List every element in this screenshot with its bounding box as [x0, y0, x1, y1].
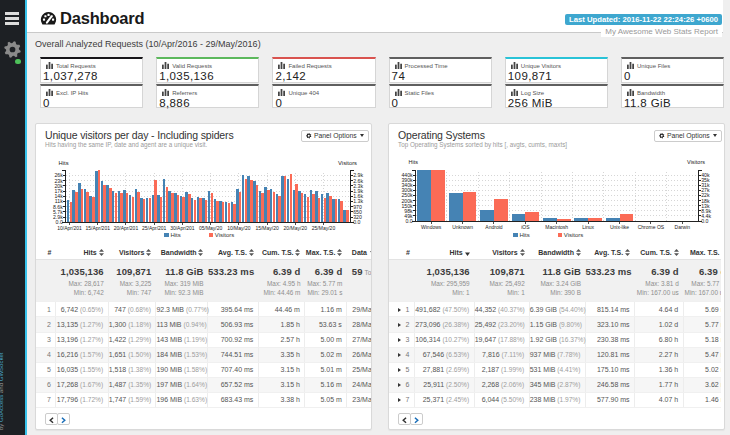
svg-text:0.0: 0.0	[353, 219, 360, 225]
svg-text:Visitors: Visitors	[215, 232, 235, 238]
svg-text:15/Apr/201: 15/Apr/201	[86, 225, 111, 231]
svg-text:Hits: Hits	[519, 232, 529, 238]
svg-text:20/May/20: 20/May/20	[284, 225, 308, 231]
svg-text:Android: Android	[485, 224, 502, 230]
svg-text:0.0: 0.0	[701, 218, 708, 224]
svg-text:25/May/20: 25/May/20	[312, 225, 336, 231]
svg-text:Linux: Linux	[582, 224, 594, 230]
svg-text:10/Apr/201: 10/Apr/201	[57, 225, 82, 231]
svg-text:25/Apr/201: 25/Apr/201	[142, 225, 167, 231]
svg-text:Hits: Hits	[59, 160, 69, 166]
svg-text:05/May/20: 05/May/20	[199, 225, 223, 231]
svg-text:Windows: Windows	[421, 224, 442, 230]
svg-text:Darwin: Darwin	[675, 224, 691, 230]
svg-text:Macintosh: Macintosh	[545, 224, 568, 230]
svg-text:Unix-like: Unix-like	[610, 224, 629, 230]
svg-text:Visitors: Visitors	[687, 159, 705, 165]
svg-text:iOS: iOS	[521, 224, 530, 230]
svg-text:Hits: Hits	[409, 159, 419, 165]
svg-text:Visitors: Visitors	[564, 232, 584, 238]
svg-text:10/May/20: 10/May/20	[227, 225, 251, 231]
svg-text:0.0: 0.0	[405, 218, 412, 224]
svg-text:Hits: Hits	[170, 232, 180, 238]
svg-text:Visitors: Visitors	[338, 160, 357, 166]
svg-text:30/Apr/201: 30/Apr/201	[170, 225, 195, 231]
svg-text:15/May/20: 15/May/20	[255, 225, 279, 231]
svg-text:20/Apr/201: 20/Apr/201	[114, 225, 139, 231]
svg-text:Chrome OS: Chrome OS	[638, 224, 665, 230]
svg-text:Unknown: Unknown	[452, 224, 473, 230]
